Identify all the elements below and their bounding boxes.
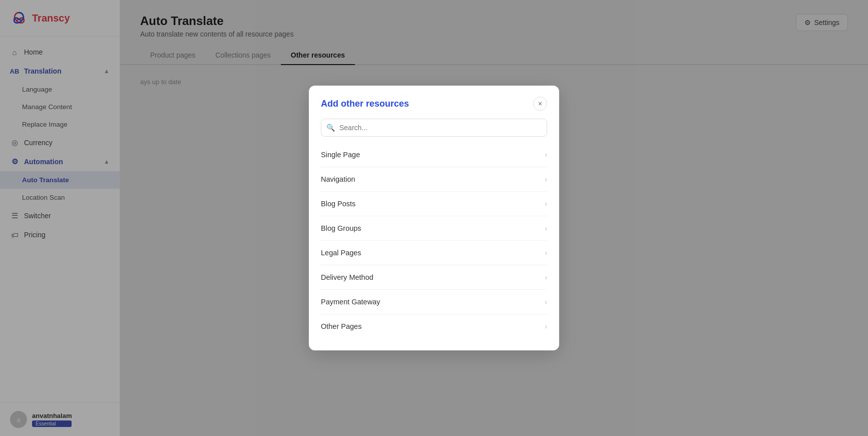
modal-list-item-label: Payment Gateway xyxy=(321,298,380,306)
modal-close-button[interactable]: × xyxy=(533,97,547,111)
search-icon: 🔍 xyxy=(326,124,335,132)
chevron-right-icon: › xyxy=(545,175,547,183)
chevron-right-icon: › xyxy=(545,249,547,257)
modal-list-item-single-page[interactable]: Single Page › xyxy=(321,143,547,167)
chevron-right-icon: › xyxy=(545,322,547,330)
modal-list: Single Page › Navigation › Blog Posts › … xyxy=(309,143,559,350)
modal-list-item-legal-pages[interactable]: Legal Pages › xyxy=(321,241,547,265)
modal-header: Add other resources × xyxy=(309,86,559,119)
chevron-right-icon: › xyxy=(545,273,547,281)
modal-search-section: 🔍 xyxy=(309,119,559,143)
modal-list-item-label: Blog Groups xyxy=(321,224,361,232)
modal-list-item-payment-gateway[interactable]: Payment Gateway › xyxy=(321,290,547,314)
chevron-right-icon: › xyxy=(545,200,547,208)
add-other-resources-modal: Add other resources × 🔍 Single Page › Na… xyxy=(309,86,559,350)
chevron-right-icon: › xyxy=(545,151,547,159)
modal-list-item-delivery-method[interactable]: Delivery Method › xyxy=(321,265,547,290)
modal-list-item-label: Blog Posts xyxy=(321,200,355,208)
modal-list-item-label: Other Pages xyxy=(321,322,361,330)
close-icon: × xyxy=(538,100,542,108)
modal-search-input[interactable] xyxy=(321,119,547,137)
modal-list-item-label: Delivery Method xyxy=(321,273,373,281)
modal-list-item-label: Legal Pages xyxy=(321,249,361,257)
modal-list-item-label: Single Page xyxy=(321,151,360,159)
chevron-right-icon: › xyxy=(545,224,547,232)
modal-list-item-blog-posts[interactable]: Blog Posts › xyxy=(321,192,547,216)
modal-title: Add other resources xyxy=(321,99,409,109)
modal-list-item-blog-groups[interactable]: Blog Groups › xyxy=(321,216,547,241)
modal-list-item-other-pages[interactable]: Other Pages › xyxy=(321,314,547,338)
modal-overlay: Add other resources × 🔍 Single Page › Na… xyxy=(0,0,868,436)
modal-list-item-label: Navigation xyxy=(321,175,355,183)
chevron-right-icon: › xyxy=(545,298,547,306)
modal-list-item-navigation[interactable]: Navigation › xyxy=(321,167,547,192)
